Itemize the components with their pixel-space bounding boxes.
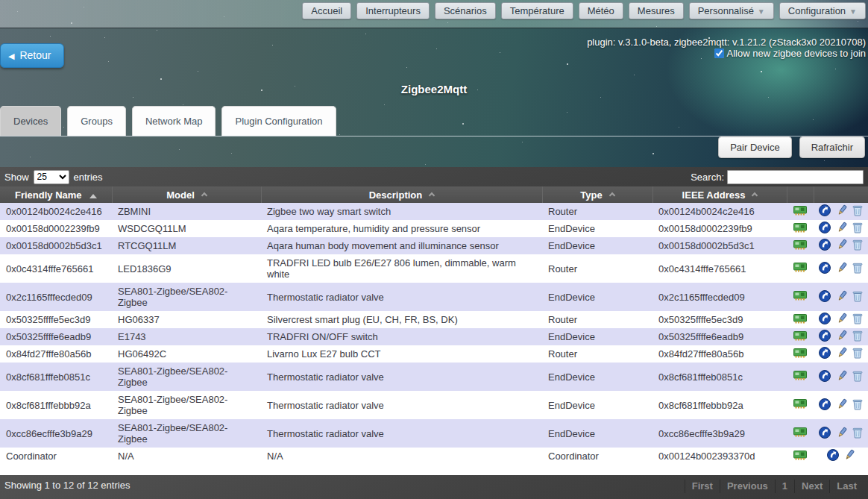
cell-ieee-address: 0x84fd27fffe80a56b [652, 345, 787, 363]
refresh-icon[interactable] [819, 262, 831, 276]
column-header-description[interactable]: Description [261, 186, 542, 203]
delete-icon[interactable] [852, 262, 863, 276]
delete-icon[interactable] [852, 370, 863, 384]
cell-description: TRADFRI ON/OFF switch [261, 328, 542, 345]
cell-ieee-address: 0x2c1165fffecded09 [652, 283, 787, 311]
delete-icon[interactable] [852, 347, 863, 361]
chevron-down-icon: ▼ [849, 7, 857, 16]
delete-icon[interactable] [852, 330, 863, 344]
edit-icon[interactable] [837, 347, 847, 361]
back-button[interactable]: ◀Retour [0, 43, 64, 68]
cell-friendly-name: 0x0c4314fffe765661 [0, 254, 112, 283]
table-row: 0x8cf681fffeb0851c SEA801-Zigbee/SEA802-… [0, 363, 868, 391]
nav-label: Météo [588, 5, 614, 16]
nav-configuration-dropdown[interactable]: Configuration▼ [779, 2, 866, 19]
refresh-icon[interactable] [819, 347, 831, 361]
edit-icon[interactable] [837, 204, 847, 219]
pagination-next[interactable]: Next [794, 480, 829, 493]
sort-icon [89, 194, 97, 198]
delete-icon[interactable] [852, 290, 863, 304]
nav-personnalise-dropdown[interactable]: Personnalisé▼ [689, 2, 774, 19]
tab-groups[interactable]: Groups [67, 106, 126, 136]
edit-icon[interactable] [837, 290, 847, 304]
refresh-icon[interactable] [827, 449, 839, 463]
cell-friendly-name: 0xcc86ecfffe3b9a29 [0, 419, 112, 448]
refresh-icon[interactable] [819, 370, 831, 384]
network-card-icon [793, 427, 807, 439]
delete-icon[interactable] [852, 313, 863, 327]
cell-friendly-name: 0x00158d0002239fb9 [0, 220, 112, 237]
sort-icon [201, 192, 207, 198]
nav-scenarios[interactable]: Scénarios [435, 2, 496, 19]
column-header-model[interactable]: Model [112, 186, 261, 203]
cell-type: EndDevice [542, 363, 652, 391]
edit-icon[interactable] [837, 262, 847, 276]
cell-ieee-address: 0x8cf681fffebbb92a [652, 391, 787, 419]
nav-label: Personnalisé [698, 5, 754, 16]
network-card-icon [793, 348, 807, 360]
tab-plugin-configuration[interactable]: Plugin Configuration [221, 106, 336, 136]
nav-accueil[interactable]: Accueil [302, 2, 351, 19]
pagination-previous[interactable]: Previous [720, 480, 775, 493]
column-label: Friendly Name [15, 189, 82, 201]
table-row: 0x2c1165fffecded09 SEA801-Zigbee/SEA802-… [0, 283, 868, 311]
pagination-page-1[interactable]: 1 [775, 480, 794, 493]
cell-model: SEA801-Zigbee/SEA802-Zigbee [112, 391, 261, 419]
refresh-icon[interactable] [819, 330, 831, 344]
delete-icon[interactable] [852, 222, 863, 236]
cell-description: Zigbee two way smart switch [261, 203, 542, 220]
refresh-icon[interactable] [819, 204, 831, 219]
delete-icon[interactable] [852, 398, 863, 412]
main-navigation: Accueil Interrupteurs Scénarios Températ… [302, 2, 866, 19]
column-label: IEEE Address [682, 189, 746, 201]
tab-network-map[interactable]: Network Map [132, 106, 216, 136]
entries-label: entries [74, 172, 103, 183]
pagination-first[interactable]: First [685, 480, 720, 493]
refresh-icon[interactable] [819, 290, 831, 304]
refresh-icon[interactable] [819, 398, 831, 412]
edit-icon[interactable] [844, 449, 855, 463]
tab-label: Network Map [145, 116, 203, 127]
refresh-icon[interactable] [819, 427, 831, 441]
allow-join-checkbox[interactable] [714, 48, 724, 58]
search-input[interactable] [727, 170, 864, 184]
edit-icon[interactable] [837, 398, 847, 412]
pair-device-button[interactable]: Pair Device [718, 136, 791, 158]
search-label: Search: [691, 172, 724, 183]
show-label: Show [4, 172, 29, 183]
edit-icon[interactable] [837, 239, 847, 253]
delete-icon[interactable] [852, 427, 863, 441]
pagination-last[interactable]: Last [829, 480, 864, 493]
refresh-button[interactable]: Rafraîchir [799, 136, 865, 158]
edit-icon[interactable] [837, 222, 847, 236]
refresh-icon[interactable] [819, 313, 831, 327]
tab-devices[interactable]: Devices [0, 106, 61, 136]
delete-icon[interactable] [852, 239, 863, 253]
cell-type: Router [542, 345, 652, 363]
table-row: 0x00158d0002239fb9 WSDCGQ11LM Aqara temp… [0, 220, 868, 237]
nav-meteo[interactable]: Météo [579, 2, 623, 19]
cell-friendly-name: 0x00124b0024c2e416 [0, 203, 112, 220]
nav-mesures[interactable]: Mesures [629, 2, 684, 19]
column-label: Type [580, 189, 602, 201]
column-header-type[interactable]: Type [542, 186, 652, 203]
cell-ieee-address: 0x0c4314fffe765661 [652, 254, 787, 283]
nav-temperature[interactable]: Température [501, 2, 573, 19]
edit-icon[interactable] [837, 313, 847, 327]
nav-interrupteurs[interactable]: Interrupteurs [356, 2, 430, 19]
cell-type: EndDevice [542, 220, 652, 237]
refresh-icon[interactable] [819, 222, 831, 236]
column-header-ieee-address[interactable]: IEEE Address [652, 186, 787, 203]
page-length-select[interactable]: 25 [34, 170, 69, 184]
edit-icon[interactable] [837, 427, 847, 441]
table-row: 0x00158d0002b5d3c1 RTCGQ11LM Aqara human… [0, 237, 868, 254]
delete-icon[interactable] [852, 204, 863, 219]
edit-icon[interactable] [837, 330, 847, 344]
refresh-icon[interactable] [819, 239, 831, 253]
cell-ieee-address: 0x50325ffffe5ec3d9 [652, 311, 787, 328]
edit-icon[interactable] [837, 370, 847, 384]
cell-friendly-name: 0x8cf681fffebbb92a [0, 391, 112, 419]
cell-friendly-name: Coordinator [0, 448, 112, 465]
column-header-friendly-name[interactable]: Friendly Name [0, 186, 112, 203]
back-arrow-icon: ◀ [8, 51, 14, 60]
